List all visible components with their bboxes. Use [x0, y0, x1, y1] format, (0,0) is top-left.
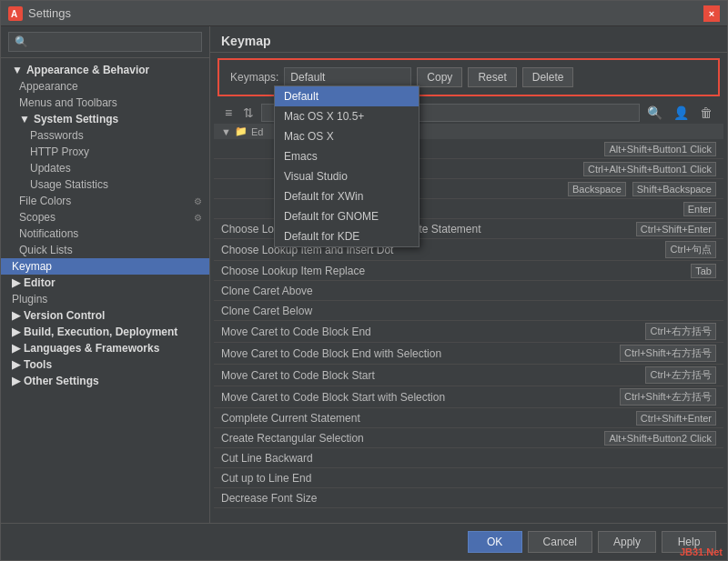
table-row[interactable]: Cut Line Backward: [214, 448, 723, 468]
trash-icon-btn[interactable]: 🗑: [696, 104, 716, 122]
keymap-select-wrapper: Default Mac OS X 10.5+ Mac OS X Emacs Vi…: [284, 67, 411, 87]
key-group: Ctrl+Shift+右方括号: [616, 345, 716, 362]
settings-window: A Settings × ▼ Appearance & Behavior App…: [0, 0, 728, 561]
keymap-controls: Keymaps: Default Mac OS X 10.5+ Mac OS X…: [217, 58, 720, 96]
dropdown-item-default[interactable]: Default: [275, 86, 419, 106]
app-icon: A: [8, 6, 23, 21]
shortcut-key: Ctrl+Shift+Enter: [636, 222, 716, 236]
sidebar-item-updates[interactable]: Updates: [1, 160, 209, 176]
dropdown-item-visual-studio[interactable]: Visual Studio: [275, 166, 419, 186]
key-group: Tab: [687, 264, 716, 278]
table-row[interactable]: Move Caret to Code Block End Ctrl+右方括号: [214, 321, 723, 343]
sidebar-item-http-proxy[interactable]: HTTP Proxy: [1, 144, 209, 160]
shortcut-key: Ctrl+Shift+Enter: [636, 411, 716, 426]
close-button[interactable]: ×: [703, 5, 720, 22]
sidebar-item-editor[interactable]: ▶ Editor: [1, 275, 209, 291]
main-panel: Keymap Keymaps: Default Mac OS X 10.5+ M…: [210, 26, 727, 523]
shortcut-key: Ctrl+左方括号: [645, 366, 716, 384]
table-row[interactable]: Decrease Font Size: [214, 488, 723, 508]
sidebar-item-file-colors[interactable]: File Colors ⚙: [1, 193, 209, 209]
shortcut-key: Enter: [683, 202, 716, 216]
table-row[interactable]: Move Caret to Code Block Start with Sele…: [214, 386, 723, 408]
shortcut-key: Ctrl+Alt+Shift+Button1 Click: [583, 162, 716, 176]
user-icon-btn[interactable]: 👤: [670, 104, 693, 122]
sidebar-item-languages[interactable]: ▶ Languages & Frameworks: [1, 340, 209, 356]
sidebar-item-other-settings[interactable]: ▶ Other Settings: [1, 373, 209, 389]
key-group: Ctrl+Shift+左方括号: [616, 388, 716, 406]
table-row[interactable]: Cut up to Line End: [214, 468, 723, 488]
shortcut-key: Ctrl+Shift+左方括号: [620, 388, 716, 406]
dropdown-item-macos-105[interactable]: Mac OS X 10.5+: [275, 106, 419, 126]
key-group: Ctrl+Shift+Enter: [632, 222, 716, 236]
sidebar-search-input[interactable]: [8, 32, 202, 52]
file-colors-icon: ⚙: [194, 196, 202, 206]
key-group: Ctrl+Shift+Enter: [632, 411, 716, 426]
sidebar-item-appearance[interactable]: Appearance: [1, 78, 209, 95]
content-area: ▼ Appearance & Behavior Appearance Menus…: [1, 26, 727, 523]
shortcut-key: Shift+Backspace: [632, 182, 716, 196]
sidebar-item-passwords[interactable]: Passwords: [1, 127, 209, 144]
chevron-right-icon: ▶: [12, 358, 20, 371]
ok-button[interactable]: OK: [468, 531, 522, 553]
align-left-button[interactable]: ≡: [221, 104, 236, 122]
keymaps-label: Keymaps:: [230, 71, 278, 84]
chevron-right-icon: ▶: [12, 326, 20, 338]
shortcut-key: Alt+Shift+Button2 Click: [604, 431, 716, 446]
sort-button[interactable]: ⇅: [239, 104, 258, 122]
dropdown-item-default-gnome[interactable]: Default for GNOME: [275, 206, 419, 226]
sidebar-item-menus-toolbars[interactable]: Menus and Toolbars: [1, 95, 209, 111]
table-row[interactable]: Move Caret to Code Block End with Select…: [214, 343, 723, 365]
key-group: Enter: [680, 202, 716, 216]
sidebar-item-system-settings[interactable]: ▼ System Settings: [1, 111, 209, 127]
titlebar-left: A Settings: [8, 6, 71, 21]
shortcut-key: Tab: [691, 264, 716, 278]
dropdown-item-default-kde[interactable]: Default for KDE: [275, 226, 419, 246]
table-row[interactable]: Complete Current Statement Ctrl+Shift+En…: [214, 408, 723, 428]
shortcut-key: Backspace: [568, 182, 626, 196]
table-row[interactable]: Create Rectangular Selection Alt+Shift+B…: [214, 428, 723, 448]
svg-text:A: A: [11, 9, 17, 19]
key-group: Alt+Shift+Button2 Click: [601, 431, 716, 446]
sidebar-item-scopes[interactable]: Scopes ⚙: [1, 209, 209, 225]
watermark: JB31.Net: [680, 546, 723, 557]
sidebar-item-appearance-behavior[interactable]: ▼ Appearance & Behavior: [1, 62, 209, 78]
table-row[interactable]: Clone Caret Above: [214, 281, 723, 301]
keymap-select[interactable]: Default Mac OS X 10.5+ Mac OS X Emacs Vi…: [284, 67, 411, 87]
key-group: Ctrl+左方括号: [642, 366, 716, 384]
sidebar-item-version-control[interactable]: ▶ Version Control: [1, 307, 209, 324]
key-group: Alt+Shift+Button1 Click: [601, 142, 716, 156]
delete-button[interactable]: Delete: [522, 67, 574, 87]
sidebar-item-keymap[interactable]: Keymap: [1, 258, 209, 275]
apply-button[interactable]: Apply: [598, 531, 656, 553]
chevron-right-icon: ▶: [12, 375, 20, 387]
sidebar: ▼ Appearance & Behavior Appearance Menus…: [1, 26, 210, 523]
sidebar-search-container: [1, 26, 209, 58]
shortcut-key: Alt+Shift+Button1 Click: [604, 142, 716, 156]
sidebar-item-usage-statistics[interactable]: Usage Statistics: [1, 176, 209, 193]
chevron-down-icon: ▼: [19, 113, 30, 125]
table-row[interactable]: Clone Caret Below: [214, 301, 723, 321]
section-chevron: ▼: [221, 126, 231, 137]
copy-button[interactable]: Copy: [417, 67, 462, 87]
dropdown-item-macos[interactable]: Mac OS X: [275, 126, 419, 146]
table-row[interactable]: Move Caret to Code Block Start Ctrl+左方括号: [214, 365, 723, 386]
section-folder-icon: 📁: [235, 125, 248, 137]
shortcut-key: Ctrl+Shift+右方括号: [620, 345, 716, 362]
search-icon-btn[interactable]: 🔍: [643, 104, 666, 122]
sidebar-item-quick-lists[interactable]: Quick Lists: [1, 242, 209, 258]
sidebar-item-tools[interactable]: ▶ Tools: [1, 356, 209, 373]
sidebar-item-build-execution[interactable]: ▶ Build, Execution, Deployment: [1, 324, 209, 340]
shortcut-key: Ctrl+句点: [665, 241, 716, 258]
sidebar-tree: ▼ Appearance & Behavior Appearance Menus…: [1, 58, 209, 523]
chevron-down-icon: ▼: [12, 64, 23, 76]
section-label: Ed: [251, 126, 263, 137]
sidebar-item-notifications[interactable]: Notifications: [1, 225, 209, 242]
dropdown-item-default-xwin[interactable]: Default for XWin: [275, 186, 419, 206]
key-group: Ctrl+右方括号: [642, 323, 716, 340]
cancel-button[interactable]: Cancel: [528, 531, 592, 553]
reset-button[interactable]: Reset: [468, 67, 516, 87]
keymap-controls-inner: Keymaps: Default Mac OS X 10.5+ Mac OS X…: [230, 67, 573, 87]
dropdown-item-emacs[interactable]: Emacs: [275, 146, 419, 166]
table-row[interactable]: Choose Lookup Item Replace Tab: [214, 261, 723, 281]
sidebar-item-plugins[interactable]: Plugins: [1, 291, 209, 307]
